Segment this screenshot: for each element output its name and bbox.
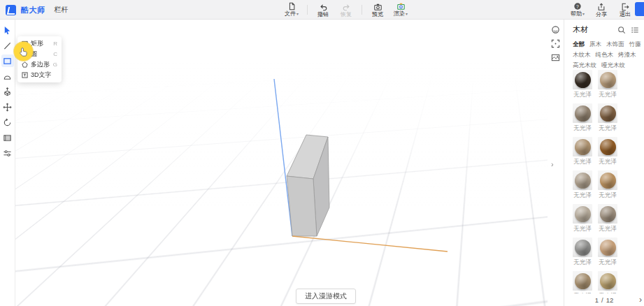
material-thumbnail — [573, 70, 592, 89]
pagination-next-button[interactable]: › — [639, 295, 642, 305]
material-sphere — [575, 72, 591, 88]
material-item[interactable]: 无光泽 — [598, 271, 617, 293]
preview-button[interactable]: 预览 — [370, 3, 385, 17]
material-item[interactable]: 无光泽 — [573, 204, 592, 233]
redo-button[interactable]: 恢复 — [338, 3, 354, 17]
line-tool-icon — [3, 41, 12, 50]
material-sphere — [600, 206, 616, 222]
material-finish-label: 无光泽 — [573, 191, 592, 200]
select-tool-button[interactable] — [1, 24, 14, 36]
share-icon — [597, 3, 606, 11]
material-category-tab[interactable]: 哑光木纹 — [601, 60, 625, 71]
material-item[interactable]: 无光泽 — [573, 170, 592, 200]
top-bar: 酷大师 栏杆 文件▾ 撤销 恢复 预览 渲 — [0, 0, 644, 20]
line-tool-button[interactable] — [1, 39, 14, 52]
exit-icon — [621, 3, 629, 11]
material-item[interactable]: 无光泽 — [598, 137, 617, 166]
screenshot-icon — [551, 53, 560, 62]
material-finish-label: 无光泽 — [598, 258, 617, 267]
material-tool-button[interactable] — [1, 131, 14, 144]
material-thumbnail — [598, 170, 617, 190]
help-button[interactable]: ? 帮助▾ — [570, 2, 585, 17]
svg-text:?: ? — [576, 4, 579, 9]
material-item[interactable]: 无光泽 — [598, 70, 617, 99]
material-finish-label: 无光泽 — [598, 124, 617, 133]
fit-view-button[interactable] — [550, 38, 561, 49]
material-sphere — [575, 139, 591, 155]
app-logo-icon — [6, 5, 16, 15]
materials-pagination: 1 / 12 › — [564, 293, 644, 306]
material-thumbnail — [598, 103, 617, 123]
material-category-row: 高光木纹哑光木纹 — [573, 60, 636, 71]
render-button[interactable]: 渲染▾ — [393, 2, 408, 17]
walk-mode-button[interactable]: 进入漫游模式 — [296, 289, 356, 304]
material-finish-label: 无光泽 — [598, 158, 617, 166]
axis-horizontal-orange — [292, 236, 448, 252]
exit-button[interactable]: 退出 — [617, 3, 633, 17]
help-icon: ? — [573, 2, 582, 10]
adjust-tool-button[interactable] — [1, 147, 14, 159]
panel-collapse-chevron[interactable]: › — [551, 161, 554, 168]
material-thumbnail — [573, 238, 592, 257]
viewport-3d[interactable]: 进入漫游模式 — [15, 20, 564, 306]
list-view-icon — [631, 26, 639, 34]
material-category-tab[interactable]: 木饰面 — [606, 39, 624, 50]
material-category-tab[interactable]: 原木 — [589, 39, 601, 50]
material-sphere — [575, 273, 591, 289]
material-thumbnail — [598, 70, 617, 89]
material-sphere — [600, 173, 616, 189]
material-category-tab[interactable]: 烤漆木 — [618, 50, 636, 60]
material-category-row: 全部原木木饰面竹藤 — [573, 39, 636, 50]
share-button[interactable]: 分享 — [594, 3, 609, 17]
material-list-view-button[interactable] — [631, 24, 640, 34]
material-item[interactable]: 无光泽 — [598, 238, 617, 267]
toolbar-divider — [362, 5, 362, 15]
3d-text-icon — [22, 72, 28, 78]
material-item[interactable]: 无光泽 — [573, 103, 592, 133]
material-category-tab[interactable]: 高光木纹 — [573, 60, 596, 71]
file-menu-button[interactable]: 文件▾ — [284, 2, 299, 17]
material-search-button[interactable] — [617, 24, 627, 34]
material-item[interactable]: 无光泽 — [573, 137, 592, 166]
material-category-tab[interactable]: 全部 — [573, 39, 585, 50]
move-tool-button[interactable] — [1, 101, 14, 113]
material-finish-label: 无光泽 — [598, 225, 617, 233]
material-sphere — [575, 240, 591, 256]
hand-cursor-icon — [19, 47, 28, 57]
material-category-tab[interactable]: 竹藤 — [629, 39, 641, 50]
chevron-down-icon: ▾ — [406, 12, 408, 16]
arc-tool-button[interactable] — [1, 70, 14, 82]
axis-vertical-blue — [274, 79, 292, 236]
push-pull-tool-button[interactable] — [1, 85, 14, 98]
material-finish-label: 无光泽 — [573, 158, 592, 166]
material-category-tab[interactable]: 木纹木 — [573, 50, 591, 60]
undo-button[interactable]: 撤销 — [315, 3, 331, 17]
material-item[interactable]: 无光泽 — [573, 70, 592, 99]
app-name: 酷大师 — [21, 5, 45, 15]
material-category-tab[interactable]: 纯色木 — [596, 50, 614, 60]
materials-panel-header: 木材 — [564, 20, 644, 38]
material-item[interactable]: 无光泽 — [598, 170, 617, 200]
material-item[interactable]: 无光泽 — [598, 103, 617, 133]
menu-item-polygon[interactable]: 多边形 G — [17, 59, 62, 70]
corner-blue-button[interactable] — [635, 2, 644, 16]
snapshot-button[interactable] — [550, 52, 561, 63]
material-item[interactable]: 无光泽 — [573, 238, 592, 267]
material-sphere — [600, 72, 616, 88]
rotate-tool-button[interactable] — [1, 116, 14, 129]
menu-item-3d-text[interactable]: 3D文字 — [17, 70, 62, 80]
file-icon — [287, 2, 296, 10]
redo-icon — [342, 3, 351, 11]
material-item[interactable]: 无光泽 — [598, 204, 617, 233]
materials-grid: 无光泽无光泽无光泽无光泽无光泽无光泽无光泽无光泽无光泽无光泽无光泽无光泽无光泽无… — [573, 70, 642, 293]
material-finish-label: 无光泽 — [598, 191, 617, 200]
material-thumbnail — [598, 137, 617, 156]
material-library-button[interactable] — [550, 24, 561, 35]
pagination-separator: / — [601, 296, 603, 304]
material-thumbnail — [573, 170, 592, 190]
box-object[interactable] — [287, 135, 329, 236]
material-sphere — [575, 206, 591, 222]
rectangle-tool-button[interactable] — [1, 54, 14, 67]
material-item[interactable]: 无光泽 — [573, 271, 592, 293]
material-thumbnail — [598, 238, 617, 257]
